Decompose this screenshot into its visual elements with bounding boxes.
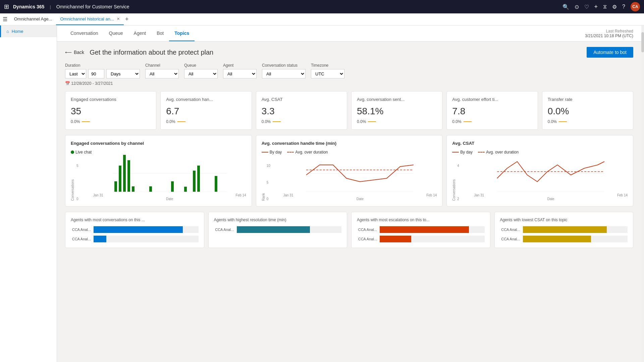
kpi-trend-line — [559, 121, 567, 122]
add-icon[interactable]: + — [594, 3, 598, 10]
timezone-select[interactable]: UTC — [311, 69, 344, 78]
chart-avg-handle-time: Avg. conversation handle time (min) By d… — [256, 135, 443, 206]
bar-fill — [380, 226, 469, 233]
hamburger-menu[interactable]: ☰ — [3, 16, 7, 22]
h-bar-chart-escalations: CCA Anal... CCA Anal... — [357, 226, 485, 242]
bar-fill — [94, 236, 106, 242]
line-chart-svg-csat — [474, 155, 628, 192]
kpi-trend-line — [368, 121, 376, 122]
bar-chart-area: Conversations 5 0 — [71, 157, 246, 201]
duration-last-select[interactable]: Last — [65, 69, 86, 78]
tab-bot[interactable]: Bot — [151, 25, 169, 41]
filter-duration: Duration Last Days — [65, 63, 140, 78]
kpi-avg-handle-time: Avg. conversation han... 6.7 0.0% — [160, 91, 252, 130]
h-bar-chart-lowest-csat: CCA Anal... CCA Anal... — [500, 226, 628, 242]
scrollbar-track[interactable] — [641, 25, 644, 362]
tab-omnichannel-agent[interactable]: Omnichannel Age... — [10, 13, 56, 25]
nav-icon-3[interactable]: ♡ — [584, 4, 589, 10]
line-chart-area-csat: Conversations 4 2 — [452, 157, 628, 201]
nav-icon-2[interactable]: ⊙ — [575, 4, 579, 10]
filter-channel: Channel All — [145, 63, 179, 78]
tab-topics[interactable]: Topics — [169, 25, 195, 41]
svg-rect-10 — [149, 186, 152, 192]
bottom-chart-most-conversations: Agents with most conversations on this .… — [65, 212, 204, 248]
search-icon[interactable]: 🔍 — [562, 4, 569, 10]
h-bar-chart-conversations: CCA Anal... CCA Anal... — [71, 226, 199, 242]
bar-chart-svg — [93, 155, 246, 192]
kpi-trend-line — [464, 121, 472, 122]
tab-omnichannel-historical[interactable]: Omnichannel historical an... ✕ — [56, 13, 123, 25]
bar-fill — [94, 226, 183, 233]
filter-icon[interactable]: ⧖ — [603, 4, 607, 10]
help-icon[interactable]: ? — [622, 4, 625, 10]
live-chat-legend-dot — [71, 150, 74, 154]
module-name: Omnichannel for Customer Service — [56, 4, 129, 9]
by-day-line-csat — [452, 152, 459, 153]
chart-row: Engaged conversations by channel Live ch… — [65, 135, 633, 206]
tab-close-icon[interactable]: ✕ — [117, 17, 120, 21]
chart-legend-csat: By day Avg. over duration — [452, 150, 628, 155]
kpi-avg-sentiment: Avg. conversation sent... 58.1% 0.0% — [351, 91, 442, 130]
back-icon: ⟵ — [65, 50, 72, 55]
duration-value-input[interactable] — [88, 69, 104, 78]
avatar[interactable]: CA — [631, 2, 640, 11]
svg-rect-4 — [123, 155, 126, 192]
by-day-line — [262, 152, 268, 153]
kpi-trend-line — [177, 121, 185, 122]
filter-agent: Agent All — [223, 63, 257, 78]
back-button[interactable]: ⟵ Back — [65, 50, 84, 55]
bottom-chart-resolution-time: Agents with highest resolution time (min… — [208, 212, 347, 248]
h-bar-chart-resolution: CCA Anal... — [214, 226, 342, 233]
kpi-trend-line — [273, 121, 281, 122]
bar-row: CCA Anal... — [71, 226, 199, 233]
page-header: ⟵ Back Get the information about the pro… — [65, 47, 633, 58]
page-content: ⟵ Back Get the information about the pro… — [57, 42, 641, 253]
date-range: 📅 12/28/2020 - 3/27/2021 — [65, 81, 633, 86]
top-nav-icons: 🔍 ⊙ ♡ + ⧖ ⚙ ? CA — [562, 2, 640, 11]
agent-select[interactable]: All — [223, 69, 257, 78]
kpi-avg-csat: Avg. CSAT 3.3 0.0% — [256, 91, 347, 130]
avg-dashed-line-csat — [478, 152, 485, 153]
chart-legend: Live chat — [71, 150, 246, 155]
kpi-row: Engaged conversations 35 0.0% Avg. conve… — [65, 91, 633, 130]
svg-rect-15 — [171, 181, 174, 192]
top-nav: ⊞ Dynamics 365 | Omnichannel for Custome… — [0, 0, 644, 13]
scrollbar-thumb[interactable] — [641, 32, 644, 52]
chart-engaged-by-channel: Engaged conversations by channel Live ch… — [65, 135, 252, 206]
bottom-chart-escalations: Agents with most escalations on this to.… — [351, 212, 490, 248]
tab-queue[interactable]: Queue — [104, 25, 128, 41]
apps-icon[interactable]: ⊞ — [4, 3, 9, 10]
bar-fill — [523, 226, 607, 233]
chart-avg-csat: Avg. CSAT By day Avg. over duration Conv… — [446, 135, 633, 206]
filter-queue: Queue All — [184, 63, 218, 78]
bar-fill — [237, 226, 310, 233]
svg-rect-2 — [114, 181, 117, 192]
svg-rect-18 — [184, 187, 187, 192]
tab-agent[interactable]: Agent — [128, 25, 152, 41]
kpi-transfer-rate: Transfer rate 0.0% 0.0% — [542, 91, 633, 130]
tab-add-button[interactable]: + — [125, 16, 129, 23]
svg-rect-25 — [215, 176, 217, 192]
tab-conversation[interactable]: Conversation — [65, 25, 104, 41]
duration-unit-select[interactable]: Days — [106, 69, 140, 78]
bar-row: CCA Anal... — [500, 226, 628, 233]
bar-fill — [523, 236, 591, 242]
app-name: Dynamics 365 — [13, 4, 44, 9]
svg-rect-3 — [119, 166, 121, 192]
sidebar-item-home[interactable]: ⌂ Home — [0, 25, 57, 37]
settings-icon[interactable]: ⚙ — [612, 4, 617, 10]
line-chart-svg-handle — [283, 155, 437, 192]
svg-rect-21 — [197, 166, 200, 192]
conversation-status-select[interactable]: All — [262, 69, 306, 78]
last-refreshed: Last Refreshed 3/21/2021 10:18 PM (UTC) — [585, 29, 633, 38]
queue-select[interactable]: All — [184, 69, 218, 78]
kpi-trend-line — [82, 121, 90, 122]
bar-row: CCA Anal... — [357, 226, 485, 233]
home-icon: ⌂ — [6, 29, 9, 34]
channel-select[interactable]: All — [145, 69, 179, 78]
svg-rect-5 — [127, 160, 130, 192]
filters-row: Duration Last Days Channel All — [65, 63, 633, 78]
kpi-avg-effort: Avg. customer effort ti... 7.8 0.0% — [446, 91, 538, 130]
svg-rect-6 — [132, 186, 135, 192]
automate-to-bot-button[interactable]: Automate to bot — [587, 47, 633, 58]
